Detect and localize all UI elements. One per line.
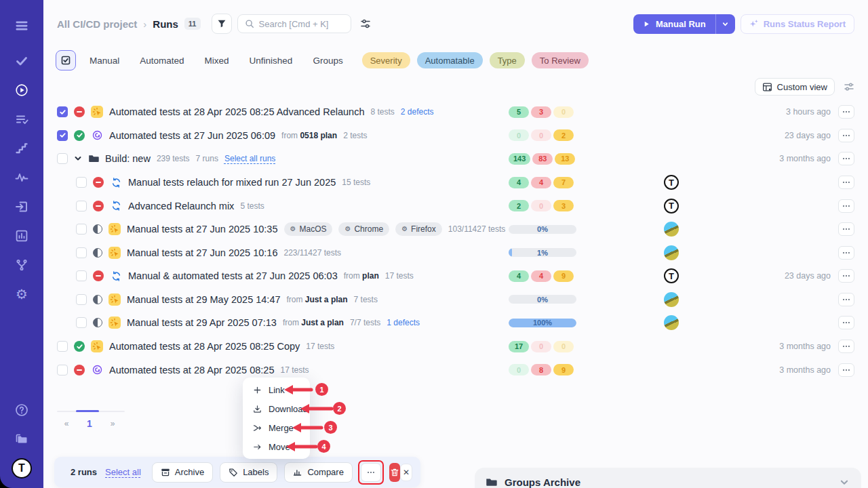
dots-icon [842,201,851,211]
row-more-button[interactable] [838,199,854,213]
row-more-button[interactable] [838,222,854,236]
row-more-button[interactable] [838,269,854,283]
row-more-button[interactable] [838,105,854,119]
manual-run-button[interactable]: Manual Run [633,19,715,29]
sidebar-item-projects-folder-icon[interactable] [10,428,33,451]
run-title[interactable]: Manual tests at 29 Apr 2025 07:13 [127,317,277,328]
select-visible-button[interactable] [56,50,76,70]
run-stats: 447 [509,177,580,188]
run-link[interactable]: 2 defects [401,107,434,117]
custom-view-button[interactable]: Custom view [755,78,835,96]
row-checkbox[interactable] [57,130,68,141]
row-more-button[interactable] [838,129,854,142]
row-more-button[interactable] [838,152,854,165]
user-avatar[interactable] [664,245,679,260]
row-checkbox[interactable] [57,365,68,375]
sidebar-item-plans-list-icon[interactable] [10,108,33,131]
run-title[interactable]: Automated tests at 27 Jun 2025 06:09 [109,130,275,141]
sidebar-item-steps-icon[interactable] [10,137,33,160]
sidebar-item-help-icon[interactable] [10,399,33,422]
sidebar-item-analytics-icon[interactable] [10,224,33,247]
sidebar-item-menu-icon[interactable] [10,14,33,37]
sidebar-item-runs-play-icon[interactable] [10,79,33,102]
search-settings-icon[interactable] [360,18,371,29]
labels-button[interactable]: Labels [220,462,277,483]
filter-pill-to-review[interactable]: To Review [532,52,589,68]
run-owner-cell [580,315,763,330]
sidebar-item-settings-gear-icon[interactable]: ⚙ [10,283,33,306]
row-checkbox[interactable] [76,317,87,328]
menu-item-move[interactable]: Move [243,437,310,456]
run-title[interactable]: Automated tests at 28 Apr 2025 08:25 Adv… [109,106,364,117]
run-link[interactable]: 1 defects [387,318,420,327]
tab-automated[interactable]: Automated [140,56,184,66]
run-title[interactable]: Build: new [105,153,151,164]
tab-groups[interactable]: Groups [313,56,342,66]
row-more-button[interactable] [838,316,854,329]
filter-pill-automatable[interactable]: Automatable [417,52,483,68]
sidebar-item-workflow-branch-icon[interactable] [10,253,33,277]
row-checkbox[interactable] [76,177,87,188]
row-checkbox[interactable] [57,153,68,164]
row-checkbox[interactable] [76,270,87,281]
projects-folder-icon [15,432,28,446]
row-checkbox[interactable] [76,247,87,258]
bulk-delete-button[interactable] [389,463,400,482]
run-title[interactable]: Automated tests at 28 Apr 2025 08:25 Cop… [109,341,300,352]
archive-button[interactable]: Archive [152,462,213,483]
sidebar-item-tests-check-icon[interactable] [10,49,33,73]
row-checkbox[interactable] [57,341,68,352]
groups-archive-panel[interactable]: Groups Archive [475,468,861,488]
run-link[interactable]: Select all runs [224,154,275,163]
menu-item-download[interactable]: Download [243,399,310,418]
chevron-down-icon[interactable] [74,155,82,163]
runs-status-report-button[interactable]: Runs Status Report [741,14,854,34]
bulk-more-button[interactable] [361,463,381,482]
user-avatar[interactable] [664,315,679,330]
sidebar-item-import-icon[interactable] [10,195,33,218]
tab-mixed[interactable]: Mixed [205,56,229,66]
page-next-button[interactable]: » [104,419,121,428]
row-checkbox[interactable] [57,106,68,117]
row-checkbox[interactable] [76,224,87,235]
run-title[interactable]: Manual tests at 27 Jun 2025 10:16 [127,247,278,258]
run-title[interactable]: Manual tests relauch for mixed run 27 Ju… [128,177,336,188]
run-title[interactable]: Advanced Relaunch mix [128,201,234,211]
breadcrumb-project[interactable]: All CI/CD project [57,18,137,30]
view-settings-icon[interactable] [844,81,854,92]
manual-run-icon [108,317,121,329]
page-prev-button[interactable]: « [58,419,75,428]
filter-funnel-button[interactable] [212,14,232,34]
sidebar-item-pulse-icon[interactable] [10,166,33,189]
scroll-thumb[interactable] [76,410,99,412]
run-title[interactable]: Automated tests at 28 Apr 2025 08:25 [109,365,274,375]
run-title[interactable]: Manual & automated tests at 27 Jun 2025 … [128,270,338,281]
user-avatar[interactable] [664,222,679,237]
menu-item-link[interactable]: Link [243,380,310,399]
row-more-button[interactable] [838,246,854,260]
row-more-button[interactable] [838,293,854,306]
compare-button[interactable]: Compare [284,462,352,483]
download-icon [253,405,262,413]
row-checkbox[interactable] [76,294,87,305]
search-input[interactable] [259,19,344,29]
run-title[interactable]: Manual tests at 29 May 2025 14:47 [127,294,281,305]
run-row-main: Build: new239 tests7 runsSelect all runs [57,153,509,164]
manual-run-dropdown-button[interactable] [716,14,735,34]
filter-pill-severity[interactable]: Severity [362,52,410,68]
search-box[interactable] [237,14,351,33]
sidebar-item-logo-t-icon[interactable]: T [10,457,33,480]
page-current[interactable]: 1 [81,418,98,429]
close-action-bar-button[interactable]: ✕ [400,464,412,481]
tab-manual[interactable]: Manual [90,56,119,66]
menu-item-merge[interactable]: Merge [243,418,310,437]
select-all-link[interactable]: Select all [105,467,141,477]
user-avatar[interactable] [664,292,679,307]
row-more-button[interactable] [838,176,854,189]
tab-unfinished[interactable]: Unfinished [250,56,293,66]
row-more-button[interactable] [838,340,854,353]
run-title[interactable]: Manual tests at 27 Jun 2025 10:35 [127,224,278,235]
filter-pill-type[interactable]: Type [490,52,525,68]
row-checkbox[interactable] [76,201,87,211]
row-more-button[interactable] [838,363,854,377]
